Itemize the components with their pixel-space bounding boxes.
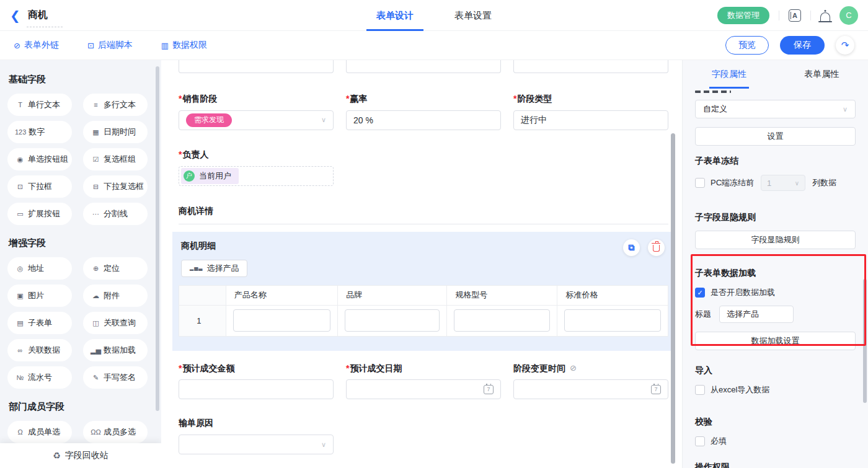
field-pill-data-load[interactable]: ▂▅数据加载	[83, 339, 148, 361]
select-product-button[interactable]: ▂▅▃ 选择产品	[181, 260, 247, 277]
partial-input[interactable]	[179, 60, 334, 73]
field-pill-multi-select[interactable]: ⊟下拉复选框	[83, 175, 148, 198]
standard-price-cell-input[interactable]	[564, 309, 660, 332]
calendar-icon: 7	[484, 385, 494, 394]
field-stage-change-time[interactable]: 阶段变更时间⊘ 7	[513, 363, 668, 400]
subform-data-load-title: 子表单数据加载	[695, 268, 856, 279]
enable-data-load-label: 是否开启数据加载	[711, 287, 775, 298]
field-expected-date[interactable]: *预计成交日期 7	[346, 363, 501, 400]
field-pill-address[interactable]: ◎地址	[7, 257, 72, 280]
partial-input[interactable]	[513, 60, 668, 73]
field-pill-signature[interactable]: ✎手写签名	[83, 366, 148, 389]
back-icon[interactable]: ❮	[10, 9, 20, 22]
field-pill-attachment[interactable]: ☁附件	[83, 285, 148, 307]
field-visibility-rules-button[interactable]: 字段显隐规则	[695, 231, 856, 249]
tab-form-settings[interactable]: 表单设置	[452, 0, 494, 31]
stage-tag: 需求发现	[186, 113, 232, 127]
data-permission-button[interactable]: ▥ 数据权限	[161, 40, 207, 51]
external-link-button[interactable]: ⊘ 表单外链	[14, 40, 59, 51]
field-pill-multi-line-text[interactable]: ≡多行文本	[83, 94, 148, 116]
field-pill-datetime[interactable]: ▦日期时间	[83, 121, 148, 143]
member-multi-icon: ΩΩ	[91, 428, 101, 436]
field-win-rate[interactable]: *赢率 20 %	[346, 94, 501, 130]
brand-cell-input[interactable]	[345, 309, 440, 332]
notification-bell-icon[interactable]	[820, 12, 830, 21]
share-button[interactable]: ↷	[836, 36, 854, 55]
field-label: 销售阶段	[182, 94, 217, 104]
owner-picker[interactable]: 户 当前用户	[179, 166, 334, 186]
field-pill-single-line-text[interactable]: T单行文本	[7, 94, 72, 116]
pill-label: 图片	[28, 290, 44, 301]
field-pill-member-multi[interactable]: ΩΩ成员多选	[83, 421, 148, 443]
preview-button[interactable]: 预览	[725, 36, 769, 55]
header-tabs: 表单设计 表单设置	[374, 0, 494, 31]
field-pill-radio-group[interactable]: ◉单选按钮组	[7, 148, 72, 170]
field-pill-number[interactable]: 123数字	[7, 121, 72, 143]
pill-label: 扩展按钮	[28, 208, 60, 219]
field-pill-checkbox-group[interactable]: ☑复选框组	[83, 148, 148, 170]
field-pill-divider-line[interactable]: ⋯分割线	[83, 203, 148, 225]
sales-stage-select[interactable]: 需求发现 ∨	[179, 110, 334, 130]
field-pill-linked-data[interactable]: ∞关联数据	[7, 339, 72, 361]
tab-field-properties[interactable]: 字段属性	[683, 60, 776, 89]
enable-data-load-checkbox[interactable]: ✓	[695, 288, 705, 298]
field-loss-reason[interactable]: 输单原因 ∨	[179, 418, 334, 454]
column-header-unit: 单位	[668, 285, 668, 305]
field-sales-stage[interactable]: *销售阶段 需求发现 ∨	[179, 94, 334, 130]
custom-mode-value: 自定义	[703, 104, 727, 115]
pc-freeze-label: PC端冻结前	[711, 177, 754, 188]
sidebar-scrollbar[interactable]	[156, 66, 159, 411]
pc-freeze-checkbox[interactable]	[695, 178, 705, 188]
contacts-icon[interactable]: A	[789, 9, 801, 22]
data-load-settings-button[interactable]: 数据加载设置	[695, 332, 856, 350]
field-pill-location[interactable]: ⊕定位	[83, 257, 148, 280]
copy-subform-button[interactable]: ⧉	[623, 239, 640, 256]
excel-import-checkbox[interactable]	[695, 385, 705, 395]
tab-form-properties[interactable]: 表单属性	[776, 60, 868, 89]
pill-label: 下拉框	[28, 181, 52, 192]
stage-type-input[interactable]: 进行中	[513, 110, 668, 130]
data-load-title-label: 标题	[695, 309, 711, 320]
expected-amount-input[interactable]	[179, 379, 334, 399]
field-owner[interactable]: *负责人 户 当前用户	[179, 149, 334, 186]
backend-script-button[interactable]: ⊡ 后端脚本	[87, 40, 133, 51]
stage-change-time-input[interactable]: 7	[513, 379, 668, 399]
field-pill-serial-number[interactable]: №流水号	[7, 366, 72, 389]
spec-model-cell-input[interactable]	[454, 309, 550, 332]
win-rate-input[interactable]: 20 %	[346, 110, 501, 130]
loss-reason-select[interactable]: ∨	[179, 435, 334, 454]
field-pill-member-single[interactable]: Ω成员单选	[7, 421, 72, 443]
linked-query-icon: ◫	[91, 319, 101, 327]
external-link-label: 表单外链	[24, 40, 59, 51]
data-permission-icon: ▥	[161, 41, 169, 50]
custom-mode-select[interactable]: 自定义 ∨	[695, 100, 856, 118]
field-recycle-bin[interactable]: ♻ 字段回收站	[0, 443, 161, 468]
field-pill-linked-query[interactable]: ◫关联查询	[83, 312, 148, 334]
multi-line-text-icon: ≡	[91, 101, 101, 108]
required-checkbox[interactable]	[695, 436, 705, 446]
freeze-count-select[interactable]: 1 ∨	[761, 175, 805, 191]
save-button[interactable]: 保存	[780, 36, 825, 55]
canvas-scrollbar[interactable]	[671, 133, 675, 464]
product-name-cell-input[interactable]	[233, 309, 330, 332]
delete-subform-button[interactable]	[648, 239, 665, 256]
field-stage-type[interactable]: *阶段类型 进行中	[513, 94, 668, 130]
validation-title: 校验	[695, 417, 856, 428]
user-avatar[interactable]: C	[839, 6, 858, 25]
data-manage-button[interactable]: 数据管理	[717, 7, 769, 24]
field-pill-subform[interactable]: ▤子表单	[7, 312, 72, 334]
panel-scrollbar[interactable]	[863, 279, 867, 403]
partial-input[interactable]	[346, 60, 501, 73]
divider	[779, 11, 779, 20]
single-line-text-icon: T	[15, 101, 25, 108]
expected-date-input[interactable]: 7	[346, 379, 501, 399]
field-expected-amount[interactable]: *预计成交金额	[179, 363, 334, 400]
field-pill-select[interactable]: ⊡下拉框	[7, 175, 72, 198]
field-pill-image[interactable]: ▣图片	[7, 285, 72, 307]
required-asterisk: *	[179, 149, 182, 160]
subform-opportunity-detail[interactable]: 商机明细 ⧉ ▂▅▃ 选择产品 产品名称 品牌 规格型号 标准价格 单位	[172, 232, 675, 351]
field-pill-extend-button[interactable]: ▭扩展按钮	[7, 203, 72, 225]
settings-button[interactable]: 设置	[695, 127, 856, 146]
tab-form-design[interactable]: 表单设计	[374, 0, 416, 31]
data-load-title-input[interactable]: 选择产品	[719, 306, 794, 323]
